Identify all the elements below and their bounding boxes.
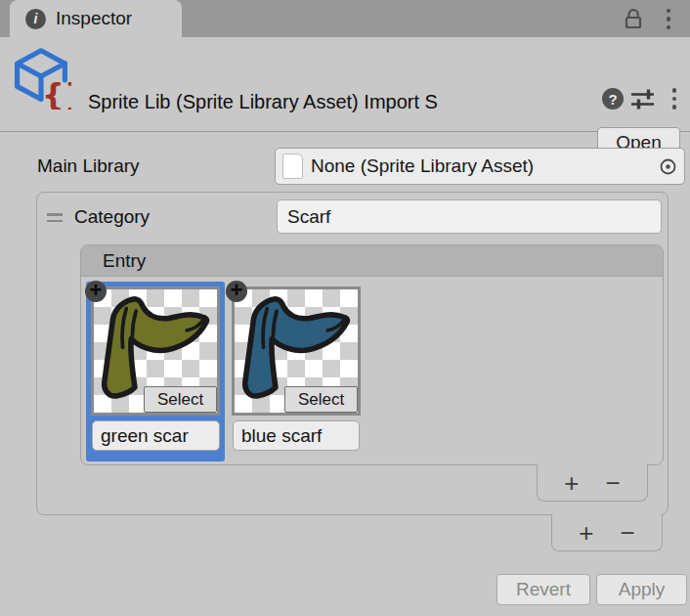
select-sprite-button[interactable]: Select bbox=[284, 386, 358, 413]
tab-menu-kebab-icon[interactable] bbox=[660, 8, 677, 30]
category-list-footer: + − bbox=[551, 514, 663, 551]
entry-header: Entry bbox=[81, 245, 663, 277]
entry-item[interactable]: + Select blue scarf bbox=[227, 282, 366, 462]
sprite-thumbnail[interactable]: + Select bbox=[232, 286, 361, 416]
category-add-button[interactable]: + bbox=[579, 518, 593, 548]
svg-text:{}: {} bbox=[42, 76, 71, 110]
revert-button[interactable]: Revert bbox=[496, 574, 590, 605]
select-sprite-button[interactable]: Select bbox=[144, 386, 217, 413]
entry-list-footer: + − bbox=[537, 464, 648, 502]
sprite-library-asset-icon: {} bbox=[11, 45, 71, 110]
category-remove-button[interactable]: − bbox=[621, 518, 635, 548]
apply-button[interactable]: Apply bbox=[596, 574, 687, 605]
asset-title: Sprite Lib (Sprite Library Asset) Import… bbox=[88, 89, 596, 114]
tab-label: Inspector bbox=[56, 8, 132, 29]
add-sprite-badge-icon[interactable]: + bbox=[85, 281, 107, 302]
category-name-input[interactable]: Scarf bbox=[277, 199, 662, 234]
object-picker-icon[interactable] bbox=[651, 149, 684, 184]
entry-add-button[interactable]: + bbox=[564, 468, 579, 498]
main-library-label: Main Library bbox=[37, 148, 140, 185]
tab-bar: i Inspector bbox=[0, 0, 690, 37]
main-library-value: None (Sprite Library Asset) bbox=[311, 155, 651, 177]
unlock-icon[interactable] bbox=[623, 8, 645, 30]
tab-inspector[interactable]: i Inspector bbox=[10, 0, 182, 37]
sprite-thumbnail[interactable]: + Select bbox=[91, 286, 220, 416]
entry-remove-button[interactable]: − bbox=[606, 468, 621, 498]
entry-header-label: Entry bbox=[103, 250, 146, 272]
presets-icon[interactable] bbox=[630, 89, 657, 110]
inspector-header: {} Sprite Lib (Sprite Library Asset) Imp… bbox=[0, 37, 690, 132]
sprite-name-input[interactable]: green scar bbox=[92, 420, 220, 451]
asset-doc-icon bbox=[282, 154, 303, 179]
info-icon: i bbox=[25, 9, 46, 29]
entry-item-selected[interactable]: + Select green scar bbox=[86, 282, 225, 462]
sprite-name-input[interactable]: blue scarf bbox=[233, 420, 360, 451]
drag-handle-icon[interactable] bbox=[47, 213, 63, 226]
main-library-object-field[interactable]: None (Sprite Library Asset) bbox=[275, 148, 685, 185]
add-sprite-badge-icon[interactable]: + bbox=[226, 281, 247, 302]
help-icon[interactable]: ? bbox=[602, 88, 624, 110]
category-label: Category bbox=[74, 198, 150, 236]
header-kebab-icon[interactable] bbox=[666, 88, 683, 110]
